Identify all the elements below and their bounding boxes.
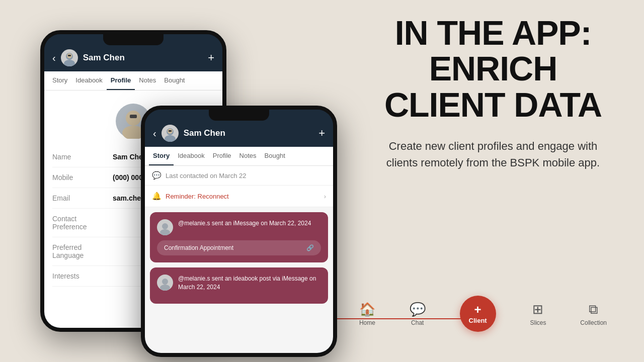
tab-profile-front[interactable]: Profile (209, 147, 235, 165)
svg-rect-10 (169, 130, 172, 132)
svg-point-13 (162, 279, 168, 285)
front-phone-username: Sam Chen (184, 128, 313, 138)
svg-point-8 (165, 135, 176, 142)
add-button-back[interactable]: + (208, 51, 214, 64)
back-arrow-icon[interactable]: ‹ (52, 52, 56, 64)
svg-rect-5 (130, 115, 137, 118)
tab-notes-front[interactable]: Notes (235, 147, 261, 165)
collection-icon: ⧉ (589, 302, 598, 317)
client-plus-icon: + (474, 304, 481, 316)
message-card-1: @melanie.s sent an iMessage on March 22,… (150, 212, 328, 262)
message-header-1: @melanie.s sent an iMessage on March 22,… (157, 219, 321, 235)
svg-point-1 (64, 60, 75, 66)
last-contacted-row: 💬 Last contacted on March 22 (145, 166, 333, 186)
story-content: 💬 Last contacted on March 22 🔔 Reminder:… (145, 166, 333, 357)
chat-icon: 💬 (410, 302, 426, 317)
tab-story-back[interactable]: Story (48, 71, 71, 90)
collection-label: Collection (580, 319, 607, 326)
pill-label-1: Confirmation Appointment (164, 244, 233, 251)
label-name: Name (52, 153, 113, 161)
right-panel: IN THE APP:ENRICHCLIENT DATA Create new … (372, 15, 614, 171)
tab-ideabook-back[interactable]: Ideabook (71, 71, 107, 90)
bell-icon: 🔔 (152, 192, 162, 201)
back-phone-username: Sam Chen (83, 53, 203, 63)
nav-chat[interactable]: 💬 Chat (410, 302, 426, 326)
nav-home[interactable]: 🏠 Home (359, 302, 375, 326)
tab-story-front[interactable]: Story (149, 147, 174, 165)
chat-bubble-icon: 💬 (152, 171, 162, 180)
message-header-2: @melanie.s sent an ideabook post via iMe… (157, 275, 321, 292)
message-text-2: @melanie.s sent an ideabook post via iMe… (178, 275, 321, 292)
notch-back (103, 34, 164, 45)
notch-front (209, 110, 269, 121)
reminder-row[interactable]: 🔔 Reminder: Reconnect › (145, 186, 333, 207)
front-phone-tabs: Story Ideabook Profile Notes Bought (145, 147, 333, 166)
tab-ideabook-front[interactable]: Ideabook (174, 147, 209, 165)
subtext: Create new client profiles and engage wi… (372, 138, 614, 171)
slices-label: Slices (530, 319, 546, 326)
tab-notes-back[interactable]: Notes (135, 71, 160, 90)
phone-front: ‹ Sam Chen + Story Ideabook Profile Note… (141, 106, 337, 357)
label-mobile: Mobile (52, 173, 113, 182)
label-language: Preferred Language (52, 243, 113, 259)
bottom-nav: 🏠 Home 💬 Chat + Client ⊞ Slices ⧉ Collec… (342, 296, 624, 332)
home-label: Home (359, 319, 375, 326)
tab-bought-front[interactable]: Bought (261, 147, 289, 165)
avatar-back (61, 49, 78, 66)
reminder-text: Reminder: Reconnect (166, 193, 229, 200)
message-card-2: @melanie.s sent an ideabook post via iMe… (150, 267, 328, 304)
sender-avatar-2 (157, 275, 173, 291)
tab-bought-back[interactable]: Bought (160, 71, 189, 90)
back-arrow-front[interactable]: ‹ (153, 128, 156, 139)
slices-icon: ⊞ (532, 302, 543, 317)
label-contact: Contact Preference (52, 215, 113, 231)
headline: IN THE APP:ENRICHCLIENT DATA (372, 15, 614, 123)
label-interests: Interests (52, 272, 113, 280)
nav-slices[interactable]: ⊞ Slices (530, 302, 546, 326)
avatar-front (162, 125, 179, 142)
svg-rect-3 (68, 55, 71, 56)
svg-point-12 (160, 229, 170, 235)
svg-point-14 (160, 285, 170, 291)
nav-client[interactable]: + Client (460, 296, 496, 332)
message-pill-1[interactable]: Confirmation Appointment 🔗 (157, 240, 321, 255)
home-icon: 🏠 (359, 302, 375, 317)
chevron-right-icon: › (324, 193, 326, 200)
tab-profile-back[interactable]: Profile (107, 71, 135, 90)
client-label: Client (469, 317, 487, 324)
add-button-front[interactable]: + (318, 127, 325, 140)
chat-label: Chat (411, 319, 424, 326)
sender-avatar-1 (157, 219, 173, 235)
message-text-1: @melanie.s sent an iMessage on March 22,… (178, 219, 311, 228)
last-contacted-text: Last contacted on March 22 (166, 172, 246, 179)
svg-point-11 (162, 223, 168, 229)
label-email: Email (52, 194, 113, 202)
nav-collection[interactable]: ⧉ Collection (580, 302, 607, 326)
link-icon: 🔗 (306, 244, 314, 251)
back-phone-tabs: Story Ideabook Profile Notes Bought (44, 71, 222, 90)
